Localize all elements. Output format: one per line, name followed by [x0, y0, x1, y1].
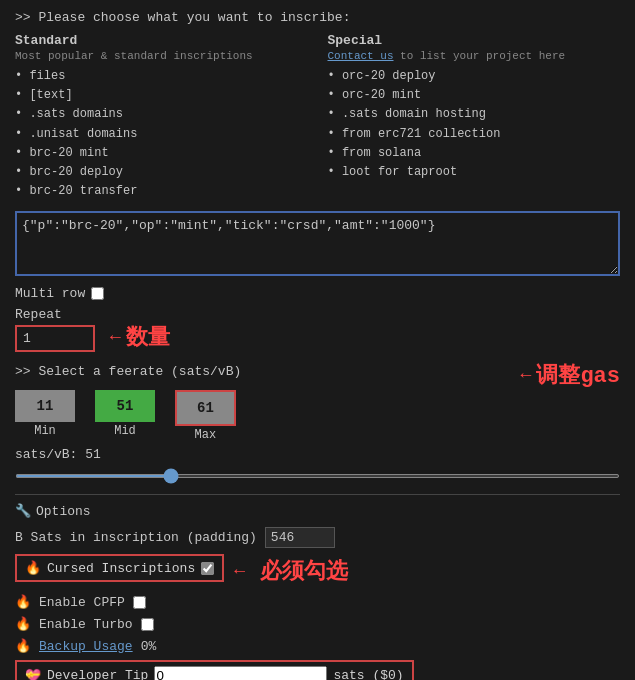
sats-padding-input[interactable]: 546	[265, 527, 335, 548]
feerate-max-button[interactable]: 61	[175, 390, 236, 426]
cursed-annotation: 必须勾选	[260, 556, 348, 586]
cursed-icon: 🔥	[25, 560, 41, 576]
cpfp-label: Enable CPFP	[39, 595, 125, 610]
feerate-prompt: >> Select a feerate (sats/vB)	[15, 364, 241, 379]
list-item: from solana	[328, 144, 621, 163]
tip-suffix: sats ($0)	[333, 668, 403, 680]
cpfp-row: 🔥 Enable CPFP	[15, 594, 620, 610]
cpfp-icon: 🔥	[15, 594, 31, 610]
repeat-label: Repeat	[15, 307, 95, 322]
feerate-min-label: Min	[15, 424, 75, 438]
feerate-annotation: 调整gas	[536, 360, 620, 390]
turbo-checkbox[interactable]	[141, 618, 154, 631]
list-item: brc-20 transfer	[15, 182, 308, 201]
feerate-max-label: Max	[175, 428, 236, 442]
sats-padding-label: B Sats in inscription (padding)	[15, 530, 257, 545]
feerate-arrow-icon: ←	[521, 365, 532, 385]
turbo-icon: 🔥	[15, 616, 31, 632]
list-item: brc-20 deploy	[15, 163, 308, 182]
multirow-checkbox[interactable]	[91, 287, 104, 300]
list-item: .unisat domains	[15, 125, 308, 144]
repeat-arrow-icon: ←	[110, 327, 121, 347]
list-item: orc-20 deploy	[328, 67, 621, 86]
cursed-inscriptions-row: 🔥 Cursed Inscriptions	[15, 554, 224, 582]
tip-icon: 💝	[25, 668, 41, 680]
sats-padding-row: B Sats in inscription (padding) 546	[15, 527, 620, 548]
wrench-icon: 🔧	[15, 503, 31, 519]
special-title: Special	[328, 33, 621, 48]
backup-value: 0%	[141, 639, 157, 654]
feerate-mid-label: Mid	[95, 424, 155, 438]
repeat-input[interactable]: 1	[15, 325, 95, 352]
multirow-label: Multi row	[15, 286, 85, 301]
contact-link[interactable]: Contact us	[328, 50, 394, 62]
special-list: orc-20 deploy orc-20 mint .sats domain h…	[328, 67, 621, 182]
list-item: .sats domain hosting	[328, 105, 621, 124]
tip-label: Developer Tip	[47, 668, 148, 680]
backup-icon: 🔥	[15, 638, 31, 654]
list-item: from erc721 collection	[328, 125, 621, 144]
feerate-min-button[interactable]: 11	[15, 390, 75, 422]
main-prompt: >> Please choose what you want to inscri…	[15, 10, 620, 25]
options-header-label: Options	[36, 504, 91, 519]
cpfp-checkbox[interactable]	[133, 596, 146, 609]
standard-subtitle: Most popular & standard inscriptions	[15, 50, 308, 62]
inscription-textarea[interactable]: {"p":"brc-20","op":"mint","tick":"crsd",…	[15, 211, 620, 276]
list-item: .sats domains	[15, 105, 308, 124]
special-subtitle: Contact us to list your project here	[328, 50, 621, 62]
standard-list: files [text] .sats domains .unisat domai…	[15, 67, 308, 201]
feerate-slider[interactable]	[15, 474, 620, 478]
turbo-label: Enable Turbo	[39, 617, 133, 632]
list-item: [text]	[15, 86, 308, 105]
list-item: orc-20 mint	[328, 86, 621, 105]
tip-input[interactable]: 0	[154, 666, 327, 680]
turbo-row: 🔥 Enable Turbo	[15, 616, 620, 632]
cursed-checkbox[interactable]	[201, 562, 214, 575]
cursed-label: Cursed Inscriptions	[47, 561, 195, 576]
list-item: files	[15, 67, 308, 86]
backup-row: 🔥 Backup Usage 0%	[15, 638, 620, 654]
list-item: loot for taproot	[328, 163, 621, 182]
list-item: brc-20 mint	[15, 144, 308, 163]
repeat-annotation: 数量	[126, 322, 170, 352]
standard-title: Standard	[15, 33, 308, 48]
backup-link[interactable]: Backup Usage	[39, 639, 133, 654]
developer-tip-row: 💝 Developer Tip 0 sats ($0)	[15, 660, 414, 680]
feerate-mid-button[interactable]: 51	[95, 390, 155, 422]
cursed-arrow-icon: ←	[234, 561, 245, 581]
sats-current: sats/vB: 51	[15, 447, 620, 462]
